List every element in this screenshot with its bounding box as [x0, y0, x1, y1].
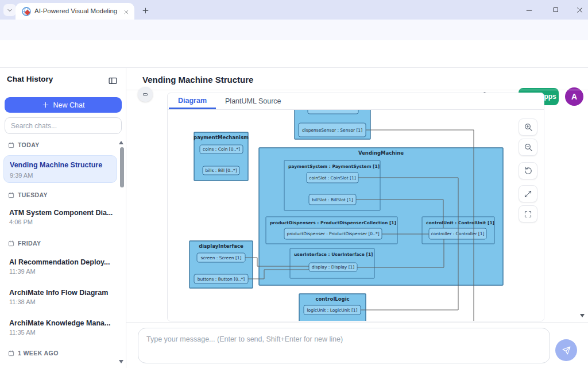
uml-label-display: display : Display [1]	[312, 264, 355, 270]
section-today: TODAY	[8, 141, 40, 148]
expand-button[interactable]	[519, 185, 537, 202]
zoom-out-icon	[524, 143, 533, 152]
diagram-card: Diagram PlantUML Source dispenseSensor :…	[167, 93, 544, 321]
uml-label-controller: controller : Controller [1]	[431, 231, 485, 236]
section-friday: FRIDAY	[8, 240, 41, 247]
zoom-in-icon	[524, 122, 533, 132]
tab-close-button[interactable]	[122, 7, 131, 17]
close-icon	[123, 9, 129, 15]
tab-search-button[interactable]	[3, 4, 16, 16]
chat-item-title: ATM System Component Dia...	[9, 209, 113, 217]
chat-item[interactable]: ATM System Component Dia... 4:06 PM	[9, 209, 113, 225]
uml-label-coins: coins : Coin [0..*]	[203, 147, 240, 152]
page-title: Vending Machine Structure	[142, 75, 253, 85]
calendar-icon	[8, 350, 14, 356]
uml-label-coinSlot: coinSlot : CoinSlot [1]	[309, 175, 355, 181]
app-header: Chatbot Powered by Visual Paradigm More …	[0, 40, 588, 68]
chat-item-time: 11:38 AM	[9, 298, 113, 305]
fullscreen-icon	[524, 210, 532, 218]
diagram-canvas[interactable]: dispenseSensor : Sensor [1]paymentMechan…	[168, 110, 544, 321]
tab-plantuml-source[interactable]: PlantUML Source	[216, 93, 291, 109]
new-chat-button[interactable]: New Chat	[5, 97, 122, 113]
plus-icon	[142, 7, 149, 14]
close-icon	[576, 6, 583, 14]
reset-view-button[interactable]	[519, 162, 537, 179]
uml-label-controlUnit: controlUnit : ControlUnit [1]	[426, 220, 494, 225]
browser-tabstrip: AI-Powered Visual Modeling Ch	[0, 0, 588, 20]
uml-label-logicUnit: logicUnit : LogicUnit [1]	[307, 308, 357, 313]
header-divider	[126, 90, 588, 90]
reset-icon	[524, 166, 533, 175]
uml-label-productDispenser: productDispenser : ProductDispenser [0..…	[287, 231, 379, 236]
maximize-icon	[552, 6, 559, 13]
tab-diagram[interactable]: Diagram	[169, 93, 216, 109]
uml-label-paymentSystem: paymentSystem : PaymentSystem [1]	[288, 164, 380, 169]
collapse-icon	[142, 91, 149, 98]
uml-label-productDispensers: productDispensers : ProductDispenserColl…	[270, 220, 396, 225]
section-week-ago: 1 WEEK AGO	[8, 350, 59, 356]
uml-label-paymentMechanism: paymentMechanism	[194, 135, 249, 140]
chat-item-title: ArchiMate Info Flow Diagram	[9, 289, 113, 297]
calendar-icon	[8, 192, 14, 198]
favicon-visual-paradigm	[22, 7, 31, 16]
panel-toggle-button[interactable]	[138, 87, 153, 102]
chat-item-time: 9:39 AM	[10, 172, 33, 179]
window-maximize-button[interactable]	[547, 3, 564, 17]
chat-item-active[interactable]: Vending Machine Structure 9:39 AM	[3, 155, 117, 183]
expand-arrows-icon	[524, 190, 532, 198]
tab-title: AI-Powered Visual Modeling Ch	[34, 7, 119, 14]
browser-tab[interactable]: AI-Powered Visual Modeling Ch	[16, 3, 134, 20]
search-input[interactable]	[5, 117, 122, 134]
sidebar-title: Chat History	[7, 75, 53, 83]
sidebar-scroll-down-arrow[interactable]	[119, 360, 123, 363]
uml-label-screen: screen : Screen [1]	[200, 255, 241, 260]
chat-item-time: 11:39 AM	[9, 268, 113, 275]
fullscreen-button[interactable]	[519, 205, 537, 223]
uml-label-controlLogic: controlLogic	[315, 296, 349, 302]
uml-label-dispenseSensor: dispenseSensor : Sensor [1]	[302, 128, 362, 133]
uml-label-userInterface: userInterface : UserInterface [1]	[294, 252, 373, 257]
panel-toggle-icon	[108, 76, 118, 86]
send-plane-icon	[562, 346, 571, 355]
chat-item[interactable]: AI Recommendation Deploy... 11:39 AM	[9, 258, 113, 275]
diagram-tabs: Diagram PlantUML Source	[168, 93, 544, 110]
uml-diagram-svg: dispenseSensor : Sensor [1]paymentMechan…	[168, 110, 544, 321]
uml-label-billSlot: billSlot : BillSlot [1]	[312, 197, 353, 202]
sidebar-scrollbar-thumb[interactable]	[120, 147, 124, 187]
chat-item-time: 11:35 AM	[9, 329, 113, 336]
chevron-down-icon	[6, 7, 13, 14]
zoom-in-button[interactable]	[519, 118, 537, 136]
chat-item-title: AI Recommendation Deploy...	[9, 258, 113, 266]
uml-label-buttons: buttons : Button [0..*]	[198, 277, 245, 282]
zoom-out-button[interactable]	[519, 139, 537, 156]
chat-item[interactable]: ArchiMate Info Flow Diagram 11:38 AM	[9, 289, 113, 305]
calendar-icon	[8, 142, 14, 148]
chat-item-time: 4:06 PM	[9, 218, 113, 225]
uml-label-VendingMachine: VendingMachine	[358, 150, 404, 156]
send-button[interactable]	[555, 339, 577, 361]
uml-label-bills: bills : Bill [0..*]	[205, 168, 237, 173]
sidebar-collapse-button[interactable]	[106, 74, 119, 87]
chat-item-title: Vending Machine Structure	[10, 161, 112, 169]
chat-item[interactable]: ArchiMate Knowledge Mana... 11:35 AM	[9, 319, 113, 336]
calendar-icon	[8, 240, 14, 247]
sidebar-scroll-up-arrow[interactable]	[119, 141, 123, 144]
plus-icon	[42, 101, 49, 109]
window-close-button[interactable]	[571, 3, 588, 17]
new-tab-button[interactable]	[140, 5, 151, 16]
main-scroll-down-arrow[interactable]	[580, 314, 585, 317]
section-tuesday: TUESDAY	[8, 191, 48, 198]
new-chat-label: New Chat	[53, 101, 85, 109]
message-input[interactable]	[138, 328, 550, 363]
uml-label-displayInterface: displayInterface	[199, 243, 243, 249]
browser-toolbar: ai-toolbox.visual-paradigm.com/app/chatb…	[0, 20, 588, 40]
uml-node-dispenser-inner-cut	[308, 110, 358, 114]
minimize-icon	[525, 6, 533, 14]
chat-item-title: ArchiMate Knowledge Mana...	[9, 319, 113, 327]
window-minimize-button[interactable]	[520, 3, 537, 17]
